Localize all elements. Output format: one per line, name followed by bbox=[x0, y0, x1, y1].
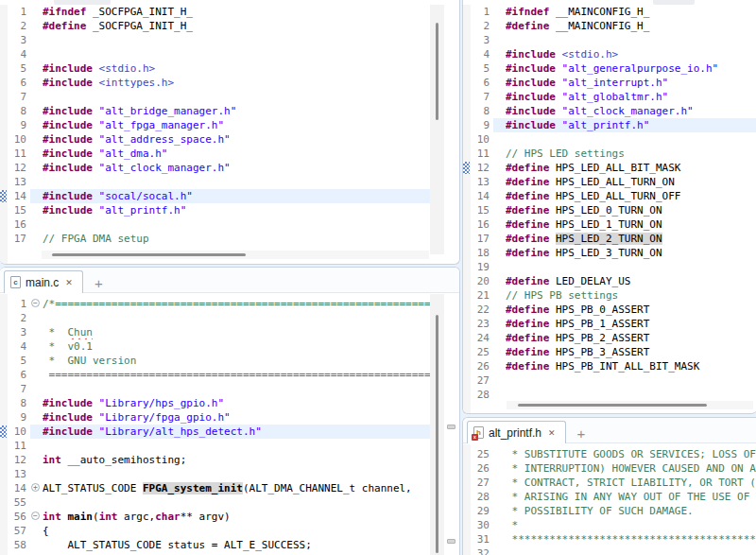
code-text[interactable] bbox=[43, 33, 431, 47]
code-text[interactable]: * v0.1 bbox=[43, 339, 431, 354]
code-text[interactable]: #define HPS_PB_3_ASSERT bbox=[506, 345, 756, 359]
code-text[interactable]: ****************************************… bbox=[506, 532, 756, 546]
code-text[interactable]: #include "Library/hps_gpio.h" bbox=[43, 396, 431, 410]
code-text[interactable]: #define HPS_LED_1_TURN_ON bbox=[506, 217, 756, 232]
code-text[interactable]: ALT_STATUS_CODE status = ALT_E_SUCCESS; bbox=[43, 538, 431, 552]
code-text[interactable]: * Chun bbox=[43, 325, 431, 339]
code-text[interactable]: ========================================… bbox=[43, 368, 431, 382]
code-text[interactable]: #include "Library/fpga_gpio.h" bbox=[43, 410, 431, 425]
code-text[interactable] bbox=[506, 33, 756, 47]
code-text[interactable]: #define HPS_PB_1_ASSERT bbox=[506, 317, 756, 331]
code-text[interactable] bbox=[506, 373, 756, 388]
code-text[interactable]: #define HPS_LED_ALL_BIT_MASK bbox=[506, 161, 756, 175]
code-text[interactable] bbox=[43, 217, 431, 232]
code-text[interactable] bbox=[43, 311, 431, 325]
code-text[interactable]: #define HPS_PB_2_ASSERT bbox=[506, 331, 756, 345]
scrollbar-track[interactable] bbox=[430, 294, 444, 555]
code-text[interactable]: #ifndef __MAINCONFIG_H_ bbox=[506, 5, 756, 19]
code-text[interactable]: * INTERRUPTION) HOWEVER CAUSED AND ON AN… bbox=[506, 461, 756, 476]
code-text[interactable]: #include <stdio.h> bbox=[43, 61, 431, 76]
code-text[interactable]: #define HPS_LED_0_TURN_ON bbox=[506, 203, 756, 217]
code-text[interactable]: #include "alt_address_space.h" bbox=[43, 132, 431, 147]
code-text[interactable] bbox=[43, 90, 431, 104]
vertical-scrollbar[interactable] bbox=[436, 23, 438, 120]
code-text[interactable] bbox=[43, 382, 431, 396]
code-text[interactable] bbox=[43, 47, 431, 61]
code-text[interactable]: #define HPS_PB_INT_ALL_BIT_MASK bbox=[506, 359, 756, 373]
code-text[interactable]: #include "alt_generalpurpose_io.h" bbox=[506, 61, 756, 76]
code-text[interactable] bbox=[506, 546, 756, 555]
code-text[interactable]: #define LED_DELAY_US bbox=[506, 274, 756, 288]
code-text[interactable]: #include "alt_interrupt.h" bbox=[506, 76, 756, 90]
code-text[interactable]: #include "alt_clock_manager.h" bbox=[43, 161, 431, 175]
code-area[interactable]: 1#ifndef _SOCFPGA_INIT_H_2#define _SOCFP… bbox=[0, 5, 431, 246]
fold-collapse-icon[interactable]: + bbox=[31, 483, 40, 492]
tab-main-c[interactable]: c main.c ✕ bbox=[4, 270, 83, 293]
scrollbar-track[interactable] bbox=[42, 251, 429, 259]
overview-occurrence-marker[interactable] bbox=[447, 539, 455, 544]
code-text[interactable]: #include <inttypes.h> bbox=[43, 76, 431, 90]
code-text[interactable] bbox=[43, 495, 431, 510]
annotation-cell bbox=[0, 297, 8, 311]
code-text[interactable] bbox=[43, 467, 431, 481]
fold-expand-icon[interactable]: − bbox=[31, 512, 40, 520]
code-text[interactable]: int main(int argc,char** argv) bbox=[43, 510, 431, 524]
code-text[interactable]: #include "alt_globaltmr.h" bbox=[506, 90, 756, 104]
code-text[interactable]: * SUBSTITUTE GOODS OR SERVICES; LOSS OF … bbox=[506, 447, 756, 461]
code-text[interactable]: // HPS LED settings bbox=[506, 147, 756, 161]
code-text[interactable]: #define HPS_LED_2_TURN_ON bbox=[506, 232, 756, 246]
code-text[interactable]: * CONTRACT, STRICT LIABILITY, OR TORT (I… bbox=[506, 476, 756, 490]
code-text[interactable] bbox=[506, 132, 756, 147]
code-text[interactable]: ALT_STATUS_CODE FPGA_system_init(ALT_DMA… bbox=[43, 481, 431, 495]
code-text[interactable]: #define __MAINCONFIG_H_ bbox=[506, 19, 756, 33]
code-text[interactable]: /*======================================… bbox=[43, 297, 431, 311]
code-area[interactable]: 1#ifndef __MAINCONFIG_H_2#define __MAINC… bbox=[463, 5, 756, 402]
code-line: 28 * ARISING IN ANY WAY OUT OF THE USE O… bbox=[463, 490, 756, 504]
code-text[interactable]: #ifndef _SOCFPGA_INIT_H_ bbox=[43, 5, 431, 19]
scrollbar-track[interactable] bbox=[430, 5, 444, 254]
scrollbar-track[interactable] bbox=[507, 401, 753, 409]
code-text[interactable]: * ARISING IN ANY WAY OUT OF THE USE OF T… bbox=[506, 490, 756, 504]
code-text[interactable]: #define HPS_LED_3_TURN_ON bbox=[506, 246, 756, 260]
line-number: 7 bbox=[8, 90, 30, 104]
new-tab-icon[interactable]: + bbox=[94, 279, 103, 288]
code-text[interactable]: #include "alt_printf.h" bbox=[43, 203, 431, 217]
code-text[interactable] bbox=[506, 388, 756, 402]
close-icon[interactable]: ✕ bbox=[63, 277, 75, 288]
code-text[interactable] bbox=[43, 439, 431, 453]
code-text[interactable]: #include <stdio.h> bbox=[506, 47, 756, 61]
horizontal-scrollbar[interactable] bbox=[518, 404, 707, 407]
close-icon[interactable]: ✕ bbox=[546, 427, 558, 439]
code-area[interactable]: 25 * SUBSTITUTE GOODS OR SERVICES; LOSS … bbox=[463, 447, 756, 555]
new-tab-icon[interactable]: + bbox=[577, 429, 586, 439]
horizontal-scrollbar[interactable] bbox=[52, 253, 246, 256]
code-text[interactable]: int __auto_semihosting; bbox=[43, 453, 431, 467]
code-text[interactable]: #include "alt_clock_manager.h" bbox=[506, 104, 756, 118]
code-text[interactable]: * bbox=[506, 518, 756, 532]
code-text[interactable]: #include "alt_fpga_manager.h" bbox=[43, 118, 431, 132]
code-text[interactable]: #define HPS_LED_ALL_TURN_OFF bbox=[506, 189, 756, 203]
code-text[interactable]: #include "alt_dma.h" bbox=[43, 147, 431, 161]
code-text[interactable]: #define _SOCFPGA_INIT_H_ bbox=[43, 19, 431, 33]
code-text[interactable]: #include "alt_printf.h" bbox=[506, 118, 756, 132]
code-text[interactable]: #define HPS_LED_ALL_TURN_ON bbox=[506, 175, 756, 189]
code-text[interactable]: * GNU version bbox=[43, 354, 431, 368]
code-text[interactable]: { bbox=[43, 524, 431, 538]
code-text[interactable]: #define HPS_PB_0_ASSERT bbox=[506, 303, 756, 317]
code-text[interactable]: #include "Library/alt_hps_detect.h" bbox=[43, 425, 431, 439]
code-text[interactable]: #include "alt_bridge_manager.h" bbox=[43, 104, 431, 118]
vertical-scrollbar[interactable] bbox=[436, 315, 438, 553]
code-area[interactable]: 1−/*====================================… bbox=[0, 297, 431, 552]
tab-alt-printf-h[interactable]: h x alt_printf.h ✕ bbox=[467, 421, 566, 443]
code-text[interactable]: // HPS PB settings bbox=[506, 288, 756, 303]
overview-occurrence-marker[interactable] bbox=[447, 425, 455, 429]
code-text[interactable] bbox=[506, 260, 756, 274]
annotation-cell bbox=[463, 317, 471, 331]
fold-expand-icon[interactable]: − bbox=[31, 299, 40, 307]
fold-column: − bbox=[30, 297, 43, 311]
code-text[interactable]: // FPGA DMA setup bbox=[43, 232, 431, 246]
code-line: 13 bbox=[0, 467, 431, 481]
code-text[interactable]: * POSSIBILITY OF SUCH DAMAGE. bbox=[506, 504, 756, 518]
code-text[interactable] bbox=[43, 175, 431, 189]
code-text[interactable]: #include "socal/socal.h" bbox=[43, 189, 431, 203]
